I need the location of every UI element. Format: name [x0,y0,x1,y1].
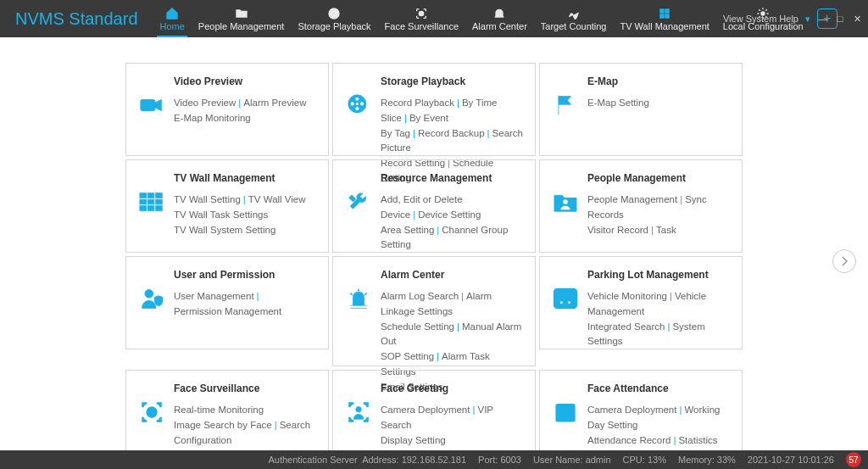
nav-label: Target Counting [541,21,607,31]
close-button[interactable]: ✕ [851,13,863,25]
alarm-icon [346,288,371,310]
card-title: Resource Management [381,172,523,184]
link[interactable]: Device Setting [418,209,481,220]
card-links: E-Map Setting [587,96,730,111]
card-title: Face Greeting [381,382,523,394]
link[interactable]: E-Map Monitoring [174,113,251,123]
help-dropdown-icon[interactable]: ▾ [805,14,810,25]
link[interactable]: Record Backup [418,128,485,138]
link[interactable]: Alarm Log Search [381,291,459,301]
card-links: Camera Deployment|Working Day Setting At… [587,403,730,448]
card-title: People Management [587,172,730,184]
svg-rect-22 [147,199,154,204]
svg-rect-8 [660,14,665,19]
link[interactable]: Integrated Search [587,321,665,332]
nav-label: TV Wall Management [620,21,709,31]
svg-rect-6 [660,9,665,14]
svg-point-3 [337,13,338,14]
svg-point-32 [147,407,156,416]
nav-face-surveillance[interactable]: Face Surveillance [378,0,465,37]
folder-person-icon [553,191,578,213]
header-right: View System Help ▾ — □ ✕ [723,0,863,37]
card-title: Face Attendance [587,382,730,394]
svg-rect-9 [665,14,670,19]
card-links: Video Preview|Alarm Preview E-Map Monito… [174,96,316,126]
link[interactable]: Camera Deployment [587,405,676,415]
card-resource-management: Resource Management Add, Edit or Delete … [332,159,536,253]
help-link[interactable]: View System Help [723,14,798,24]
svg-point-28 [145,289,153,298]
grid-icon [139,191,164,213]
svg-rect-23 [156,199,163,204]
maximize-button[interactable]: □ [834,13,846,25]
link[interactable]: Image Search by Face [174,420,272,430]
status-auth: Authentication Server Address: 192.168.5… [268,455,466,465]
link[interactable]: Task [656,225,676,235]
link[interactable]: Visitor Record [587,225,648,235]
svg-point-5 [420,11,424,15]
link[interactable]: TV Wall System Setting [174,225,275,235]
svg-rect-18 [140,193,147,198]
link[interactable]: E-Map Setting [587,98,649,108]
card-title: Alarm Center [381,269,523,281]
card-links: User Management| Permission Management [174,289,316,320]
link[interactable]: Camera Deployment [381,405,470,415]
link[interactable]: Schedule Setting [381,321,454,332]
face-scan-icon [414,7,429,20]
link[interactable]: Area Setting [381,225,434,235]
link[interactable]: User Management [174,291,254,301]
link[interactable]: TV Wall Setting [174,194,241,204]
link[interactable]: TV Wall Task Settings [174,209,268,220]
link[interactable]: People Management [587,194,677,204]
link[interactable]: Permission Management [174,306,281,316]
alert-count-badge[interactable]: 57 [846,452,861,467]
card-links: Camera Deployment|VIP Search Display Set… [381,403,523,448]
svg-rect-24 [140,206,147,211]
nav-storage-playback[interactable]: Storage Playback [291,0,377,37]
nav-home[interactable]: Home [153,0,192,37]
link[interactable]: SOP Setting [381,351,434,361]
svg-point-13 [355,98,359,101]
link[interactable]: TV Wall View [248,194,306,204]
svg-point-14 [351,102,354,105]
nav-alarm-center[interactable]: Alarm Center [465,0,534,37]
link[interactable]: Attendance Record [587,435,670,445]
folder-icon [234,7,249,20]
flag-icon [553,94,578,116]
link[interactable]: By Event [409,113,448,123]
link[interactable]: Vehicle Monitoring [587,291,667,301]
svg-point-27 [563,199,568,204]
card-title: TV Wall Management [174,172,316,184]
link[interactable]: Real-time Monitoring [174,405,264,415]
svg-point-4 [333,15,335,17]
nav-people-management[interactable]: People Management [192,0,292,37]
link[interactable]: Alarm Preview [243,98,306,108]
nav-target-counting[interactable]: Target Counting [534,0,614,37]
face-scan-icon [139,401,164,423]
counting-icon [566,7,581,20]
card-title: User and Permission [174,269,316,281]
link[interactable]: Statistics [678,435,717,445]
link[interactable]: By Tag [381,128,410,138]
nav-tv-wall[interactable]: TV Wall Management [614,0,716,37]
svg-rect-21 [140,199,147,204]
nav-label: People Management [198,21,285,31]
camera-icon [139,94,164,116]
link[interactable]: Record Playback [381,98,454,108]
minimize-button[interactable]: — [817,13,829,25]
next-page-button[interactable] [832,249,856,273]
link[interactable]: Video Preview [174,98,236,108]
person-scan-icon [346,401,371,423]
card-title: Video Preview [174,75,316,87]
status-bar: Authentication Server Address: 192.168.5… [0,450,868,469]
card-face-attendance: Face Attendance Camera Deployment|Workin… [539,370,743,463]
svg-rect-7 [665,9,670,14]
status-cpu: CPU: 13% [623,455,666,465]
status-datetime: 2021-10-27 10:01:26 [748,455,834,465]
app-header: NVMS Standard Home People Management Sto… [0,0,868,37]
chevron-right-icon [840,256,849,266]
link[interactable]: Display Setting [381,435,446,445]
nav-label: Face Surveillance [385,21,459,31]
grid-icon [657,7,672,20]
nav-label: Home [160,21,185,31]
